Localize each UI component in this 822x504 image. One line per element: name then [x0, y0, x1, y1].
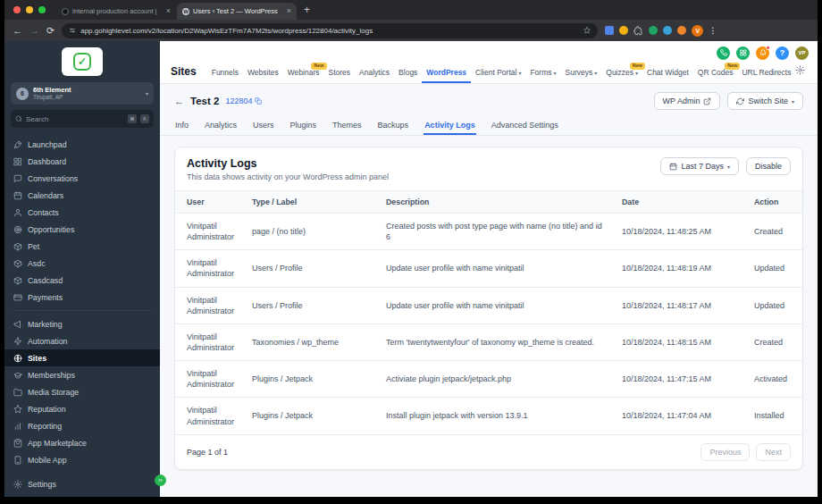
- cmd-keycap: ⌘: [128, 114, 137, 123]
- sidebar-item-conversations[interactable]: Conversations: [4, 170, 160, 187]
- site-id[interactable]: 122804: [225, 97, 262, 105]
- card-header: Activity Logs This data shows activity o…: [175, 147, 802, 190]
- sidebar-item-marketing[interactable]: Marketing: [4, 315, 160, 332]
- url-text: app.gohighlevel.com/v2/location/D2WapWis…: [80, 27, 579, 35]
- sidebar-item-contacts[interactable]: Contacts: [4, 204, 160, 221]
- tab-themes[interactable]: Themes: [331, 116, 363, 135]
- sidebar-item-label: Mobile App: [28, 456, 67, 465]
- previous-button[interactable]: Previous: [700, 443, 750, 461]
- back-arrow-icon[interactable]: ←: [174, 96, 184, 106]
- sidebar-item-mobile-app[interactable]: Mobile App: [4, 451, 160, 468]
- sidebar-item-reputation[interactable]: Reputation: [4, 400, 160, 417]
- nav-item-forms[interactable]: Forms▾: [525, 68, 560, 83]
- nav-item-chat-widget[interactable]: Chat Widget: [642, 68, 693, 83]
- sidebar-item-reporting[interactable]: Reporting: [4, 417, 160, 434]
- external-link-icon: [703, 97, 711, 105]
- nav-item-quizzes[interactable]: Quizzes▾New: [601, 68, 642, 83]
- sidebar-item-sites[interactable]: Sites: [4, 349, 160, 366]
- address-bar[interactable]: app.gohighlevel.com/v2/location/D2WapWis…: [62, 23, 598, 38]
- nav-item-surveys[interactable]: Surveys▾: [561, 68, 602, 83]
- date-range-filter[interactable]: Last 7 Days ▾: [660, 157, 739, 175]
- nav-item-webinars[interactable]: WebinarsNew: [283, 68, 324, 83]
- tab-analytics[interactable]: Analytics: [204, 116, 238, 135]
- sidebar-item-opportunities[interactable]: Opportunities: [4, 221, 160, 238]
- tab-close-icon[interactable]: ×: [287, 7, 291, 15]
- site-id-value: 122804: [225, 97, 252, 105]
- bookmark-star-icon[interactable]: [583, 27, 591, 34]
- user-name: Vinitpatil: [187, 405, 234, 416]
- extension-icon[interactable]: [663, 26, 672, 35]
- back-icon[interactable]: ←: [13, 26, 22, 36]
- disable-button[interactable]: Disable: [746, 157, 791, 175]
- site-info-icon[interactable]: [69, 27, 76, 34]
- nav-item-websites[interactable]: Websites: [243, 68, 283, 83]
- extension-icon[interactable]: [677, 26, 686, 35]
- browser-profile-avatar[interactable]: V: [692, 25, 703, 37]
- nav-item-funnels[interactable]: Funnels: [207, 68, 243, 83]
- sidebar-item-payments[interactable]: Payments: [4, 289, 160, 306]
- extension-icon[interactable]: [619, 26, 628, 35]
- next-button[interactable]: Next: [756, 443, 791, 461]
- date-cell: 10/18/2024, 11:48:17 AM: [613, 287, 745, 323]
- date-cell: 10/18/2024, 11:48:19 AM: [613, 250, 745, 287]
- tab-close-icon[interactable]: ×: [166, 7, 171, 15]
- reload-icon[interactable]: ⟳: [46, 26, 55, 36]
- sidebar-item-automation[interactable]: Automation: [4, 332, 160, 349]
- nav-item-analytics[interactable]: Analytics: [355, 68, 394, 83]
- notifications-bell-icon[interactable]: [756, 46, 769, 60]
- sidebar-search[interactable]: ⌘ K: [11, 110, 154, 128]
- window-close-button[interactable]: [13, 6, 21, 13]
- nav-item-url-redirects[interactable]: URL Redirects: [737, 68, 795, 83]
- browser-tab-wordpress[interactable]: W Users ‹ Test 2 — WordPress ×: [177, 3, 297, 20]
- zap-icon: [13, 337, 22, 346]
- chevron-down-icon: ▾: [635, 70, 638, 76]
- type-cell: Users / Profile: [243, 287, 377, 323]
- forward-icon[interactable]: →: [29, 26, 39, 36]
- nav-item-client-portal[interactable]: Client Portal▾: [471, 68, 525, 83]
- extension-icon[interactable]: [649, 26, 658, 35]
- switch-site-button[interactable]: Switch Site ▾: [727, 92, 803, 110]
- user-avatar[interactable]: VP: [795, 46, 809, 60]
- nav-item-qr-codes[interactable]: QR CodesNew: [693, 68, 738, 83]
- extension-icon[interactable]: [605, 26, 614, 35]
- agency-logo[interactable]: ✓: [62, 47, 103, 76]
- phone-icon[interactable]: [717, 46, 730, 60]
- location-subtitle: Tirupati, AP: [33, 94, 141, 101]
- window-minimize-button[interactable]: [26, 6, 33, 13]
- browser-tab-internal-account[interactable]: Internal production account | ×: [56, 3, 176, 20]
- sidebar-item-asdc[interactable]: Asdc: [4, 255, 160, 272]
- extensions-puzzle-icon[interactable]: [633, 26, 643, 36]
- tab-activity-logs[interactable]: Activity Logs: [424, 116, 476, 135]
- search-input[interactable]: [26, 115, 124, 123]
- location-switcher[interactable]: 6 6th Element Tirupati, AP ▾: [11, 82, 154, 105]
- sidebar-item-app-marketplace[interactable]: App Marketplace: [4, 434, 160, 451]
- sites-settings-gear-icon[interactable]: [795, 63, 805, 83]
- new-tab-button[interactable]: +: [304, 4, 310, 15]
- nav-item-stores[interactable]: Stores: [324, 68, 356, 83]
- sidebar-collapse-badge[interactable]: ‹›: [155, 475, 166, 486]
- window-zoom-button[interactable]: [38, 6, 46, 13]
- tab-plugins[interactable]: Plugins: [289, 116, 318, 135]
- tab-info[interactable]: Info: [174, 116, 189, 135]
- sidebar-item-calendars[interactable]: Calendars: [4, 187, 160, 204]
- tab-advanced-settings[interactable]: Advanced Settings: [491, 116, 559, 135]
- nav-item-blogs[interactable]: Blogs: [394, 68, 422, 83]
- nav-item-wordpress[interactable]: WordPress: [422, 68, 471, 83]
- browser-menu-icon[interactable]: ⋮: [709, 26, 717, 35]
- k-keycap: K: [140, 114, 149, 123]
- sidebar-item-media-storage[interactable]: Media Storage: [4, 383, 160, 400]
- copy-icon[interactable]: [255, 97, 262, 105]
- help-icon[interactable]: ?: [776, 46, 789, 60]
- wp-admin-button[interactable]: WP Admin: [654, 92, 721, 110]
- sidebar-item-dashboard[interactable]: Dashboard: [4, 153, 160, 170]
- sidebar-item-memberships[interactable]: Memberships: [4, 366, 160, 383]
- sidebar-item-pet[interactable]: Pet: [4, 238, 160, 255]
- sidebar-item-launchpad[interactable]: Launchpad: [4, 136, 160, 153]
- rocket-icon: [13, 140, 22, 149]
- sidebar-item-settings[interactable]: Settings: [4, 475, 160, 492]
- sidebar-item-casdcasd[interactable]: Casdcasd: [4, 272, 160, 289]
- user-name: Vinitpatil: [187, 257, 234, 268]
- tab-backups[interactable]: Backups: [377, 116, 410, 135]
- tab-users[interactable]: Users: [252, 116, 275, 135]
- apps-icon[interactable]: [736, 46, 750, 60]
